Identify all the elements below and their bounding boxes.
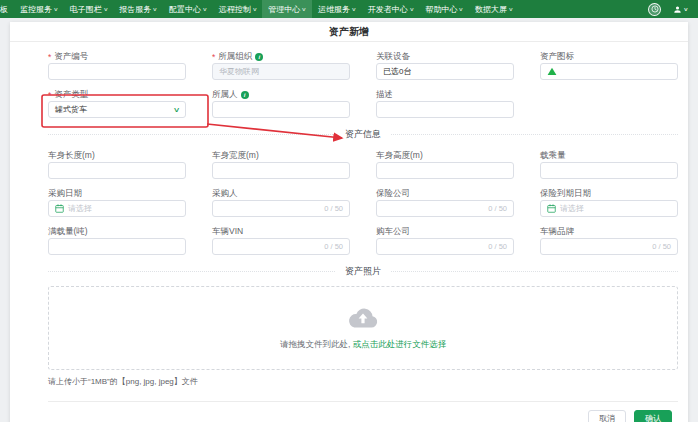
asset-form: *资产编号 *所属组织i 华夏物联网 关联设备 已选0台 资产图标 *资产类型 (10, 42, 688, 422)
info-icon[interactable]: i (255, 53, 263, 61)
insurance-company-input[interactable] (383, 204, 484, 213)
body-length-input[interactable] (55, 166, 179, 175)
nav-item-geofence[interactable]: 电子围栏∨ (64, 0, 114, 18)
nav-item-config-center[interactable]: 配置中心∨ (163, 0, 213, 18)
nav-item-label: 配置中心 (169, 4, 201, 15)
field-label: 资产编号 (54, 51, 88, 63)
purchase-company-input[interactable] (383, 242, 484, 251)
nav-item-label: 运维服务 (318, 4, 350, 15)
history-icon[interactable] (648, 3, 661, 16)
purchase-date-picker[interactable]: 请选择 (48, 200, 186, 217)
asset-icon-picker[interactable] (540, 63, 678, 80)
form-row-4: 采购日期 请选择 采购人 0 / 50 保险公司 0 / 50 保险到期日期 请… (48, 187, 678, 217)
user-menu[interactable]: ∨ (673, 5, 688, 14)
nav-item-developer-center[interactable]: 开发者中心∨ (362, 0, 420, 18)
required-asterisk: * (212, 52, 215, 62)
field-label: 购车公司 (376, 226, 410, 238)
field-full-load: 满载量(吨) (48, 225, 186, 255)
field-related-device: 关联设备 已选0台 (376, 50, 514, 80)
field-asset-type: *资产类型 罐式货车 ∨ (48, 88, 186, 118)
confirm-button[interactable]: 确认 (634, 410, 672, 422)
nav-item-label: 监控服务 (20, 4, 52, 15)
nav-item-label: 管理中心 (268, 4, 300, 15)
nav-item-label: 报告服务 (119, 4, 151, 15)
nav-item-board[interactable]: 板 (0, 0, 14, 18)
nav-right-tools: ∨ (648, 0, 698, 18)
asset-no-input[interactable] (55, 67, 179, 76)
related-device-input[interactable]: 已选0台 (376, 63, 514, 80)
nav-item-ops-service[interactable]: 运维服务∨ (312, 0, 362, 18)
file-select-link[interactable]: 或点击此处进行文件选择 (353, 339, 447, 349)
field-vin: 车辆VIN 0 / 50 (212, 225, 350, 255)
chevron-down-icon: ∨ (459, 6, 464, 12)
dialog-footer: 取消 确认 (48, 401, 678, 422)
chevron-down-icon: ∨ (202, 6, 207, 12)
purchaser-input[interactable] (219, 204, 320, 213)
info-icon[interactable]: i (241, 91, 249, 99)
nav-item-help-center[interactable]: 帮助中心∨ (419, 0, 469, 18)
field-label: 采购人 (212, 188, 238, 200)
related-device-value: 已选0台 (383, 66, 411, 77)
char-counter: 0 / 50 (652, 242, 671, 251)
asset-type-select[interactable]: 罐式货车 ∨ (48, 101, 186, 118)
vin-input[interactable] (219, 242, 320, 251)
required-asterisk: * (48, 52, 51, 62)
upload-size-hint: 请上传小于“1MB”的【png, jpg, jpeg】文件 (48, 376, 678, 387)
field-ride-capacity: 载乘量 (540, 149, 678, 179)
field-brand: 车辆品牌 0 / 50 (540, 225, 678, 255)
cancel-button[interactable]: 取消 (588, 410, 626, 422)
form-row-2: *资产类型 罐式货车 ∨ 所属人i 描述 (48, 88, 678, 118)
form-row-1: *资产编号 *所属组织i 华夏物联网 关联设备 已选0台 资产图标 (48, 50, 678, 80)
owner-input[interactable] (219, 105, 343, 114)
cloud-upload-icon (347, 306, 379, 331)
page: { "colors": { "nav_bg": "#1e7e3e", "nav_… (0, 0, 698, 422)
field-label: 保险到期日期 (540, 188, 591, 200)
nav-item-label: 电子围栏 (70, 4, 102, 15)
insurance-expiry-picker[interactable]: 请选择 (540, 200, 678, 217)
page-title: 资产新增 (10, 22, 688, 42)
nav-item-remote-control[interactable]: 远程控制∨ (213, 0, 263, 18)
field-label: 车辆VIN (212, 226, 243, 238)
nav-item-data-screen[interactable]: 数据大屏∨ (469, 0, 519, 18)
field-body-length: 车身长度(m) (48, 149, 186, 179)
char-counter: 0 / 50 (324, 242, 343, 251)
field-description: 描述 (376, 88, 514, 118)
section-title: 资产照片 (335, 265, 391, 278)
field-label: 资产图标 (540, 51, 574, 63)
nav-item-monitor-service[interactable]: 监控服务∨ (14, 0, 64, 18)
field-purchase-company: 购车公司 0 / 50 (376, 225, 514, 255)
section-title: 资产信息 (335, 128, 391, 141)
field-label: 所属组织 (218, 51, 252, 63)
top-nav: 板 监控服务∨ 电子围栏∨ 报告服务∨ 配置中心∨ 远程控制∨ 管理中心∨ 运维… (0, 0, 698, 18)
ride-capacity-input[interactable] (547, 166, 671, 175)
body-height-input[interactable] (383, 166, 507, 175)
file-dropzone[interactable]: 请拖拽文件到此处, 或点击此处进行文件选择 (48, 286, 678, 370)
field-label: 保险公司 (376, 188, 410, 200)
field-asset-icon: 资产图标 (540, 50, 678, 80)
field-body-width: 车身宽度(m) (212, 149, 350, 179)
nav-item-management-center[interactable]: 管理中心∨ (262, 0, 312, 18)
chevron-down-icon: ∨ (173, 106, 181, 114)
org-value: 华夏物联网 (219, 66, 259, 77)
field-label: 资产类型 (54, 89, 88, 101)
nav-item-report-service[interactable]: 报告服务∨ (113, 0, 163, 18)
full-load-input[interactable] (55, 242, 179, 251)
field-label: 车身高度(m) (376, 150, 423, 162)
brand-input[interactable] (547, 242, 648, 251)
field-label: 车身宽度(m) (212, 150, 259, 162)
nav-item-label: 数据大屏 (475, 4, 507, 15)
char-counter: 0 / 50 (488, 204, 507, 213)
description-input[interactable] (383, 105, 507, 114)
chevron-down-icon: ∨ (252, 6, 257, 12)
field-label: 采购日期 (48, 188, 82, 200)
placeholder-text: 请选择 (68, 203, 92, 214)
asset-type-value: 罐式货车 (55, 104, 87, 115)
chevron-down-icon: ∨ (103, 6, 108, 12)
form-row-3: 车身长度(m) 车身宽度(m) 车身高度(m) 载乘量 (48, 149, 678, 179)
field-purchase-date: 采购日期 请选择 (48, 187, 186, 217)
nav-item-label: 远程控制 (219, 4, 251, 15)
section-divider-asset-photo: 资产照片 (48, 265, 678, 278)
calendar-icon (547, 204, 556, 213)
chevron-down-icon: ∨ (53, 6, 58, 12)
body-width-input[interactable] (219, 166, 343, 175)
